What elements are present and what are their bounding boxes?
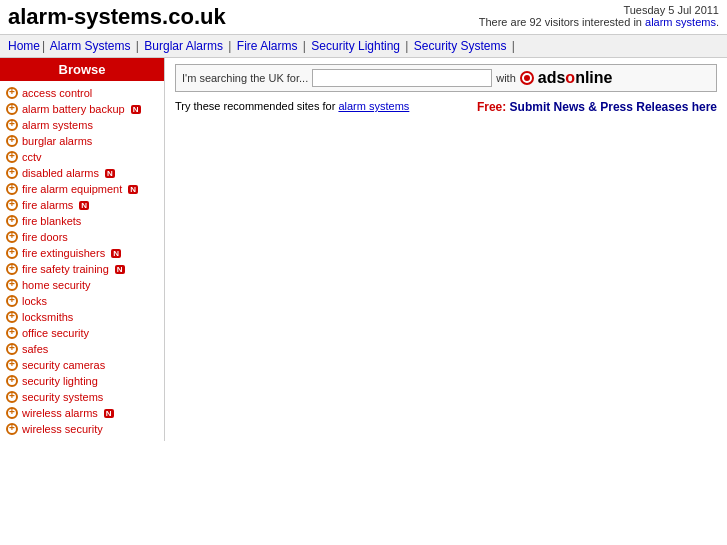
sidebar-list-item: burglar alarms [0, 133, 164, 149]
sidebar-link-home-security[interactable]: home security [22, 279, 90, 291]
new-badge: N [105, 169, 115, 178]
circle-arrow-icon [6, 279, 18, 291]
sidebar-list-item: security cameras [0, 357, 164, 373]
sidebar-title: Browse [0, 58, 164, 81]
recommended-link[interactable]: alarm systems [338, 100, 409, 112]
sidebar-link-alarm-battery-backup[interactable]: alarm battery backup [22, 103, 125, 115]
nav-fire-alarms[interactable]: Fire Alarms [237, 39, 301, 53]
sidebar-list-item: fire doors [0, 229, 164, 245]
nav-security-lighting[interactable]: Security Lighting [311, 39, 403, 53]
nav-bar: Home| Alarm Systems | Burglar Alarms | F… [0, 34, 727, 58]
circle-arrow-icon [6, 151, 18, 163]
new-badge: N [128, 185, 138, 194]
main-layout: Browse access controlalarm battery backu… [0, 58, 727, 441]
sidebar-list-item: wireless alarmsN [0, 405, 164, 421]
circle-arrow-icon [6, 359, 18, 371]
sidebar-list-item: security lighting [0, 373, 164, 389]
search-label: I'm searching the UK for... [182, 72, 308, 84]
circle-arrow-icon [6, 343, 18, 355]
sidebar-list-item: safes [0, 341, 164, 357]
circle-arrow-icon [6, 215, 18, 227]
sidebar-link-alarm-systems[interactable]: alarm systems [22, 119, 93, 131]
sidebar-list: access controlalarm battery backupNalarm… [0, 81, 164, 441]
content-top: Try these recommended sites for alarm sy… [175, 100, 717, 120]
nline-text: nline [575, 69, 612, 86]
sidebar-link-cctv[interactable]: cctv [22, 151, 42, 163]
circle-arrow-icon [6, 167, 18, 179]
sidebar-list-item: fire alarm equipmentN [0, 181, 164, 197]
nav-burglar-alarms[interactable]: Burglar Alarms [144, 39, 226, 53]
circle-arrow-icon [6, 231, 18, 243]
radio-icon [520, 71, 534, 85]
circle-arrow-icon [6, 183, 18, 195]
radio-indicator [520, 71, 534, 85]
free-label: Free: [477, 100, 506, 114]
press-rest-label[interactable]: Submit News & Press Releases here [510, 100, 717, 114]
sidebar-link-fire-alarms[interactable]: fire alarms [22, 199, 73, 211]
sidebar-list-item: fire extinguishersN [0, 245, 164, 261]
sidebar-link-fire-doors[interactable]: fire doors [22, 231, 68, 243]
circle-arrow-icon [6, 375, 18, 387]
circle-arrow-icon [6, 423, 18, 435]
circle-arrow-icon [6, 135, 18, 147]
sidebar-link-office-security[interactable]: office security [22, 327, 89, 339]
nav-home[interactable]: Home [8, 39, 40, 53]
circle-arrow-icon [6, 327, 18, 339]
recommended-text: Try these recommended sites for alarm sy… [175, 100, 467, 112]
ads-text: ads [538, 69, 566, 86]
page-header: alarm-systems.co.uk Tuesday 5 Jul 2011 T… [0, 0, 727, 34]
sidebar-link-fire-blankets[interactable]: fire blankets [22, 215, 81, 227]
search-bar: I'm searching the UK for... with adsonli… [175, 64, 717, 92]
sidebar-list-item: cctv [0, 149, 164, 165]
header-info: Tuesday 5 Jul 2011 There are 92 visitors… [479, 4, 719, 28]
sidebar-list-item: locksmiths [0, 309, 164, 325]
circle-arrow-icon [6, 311, 18, 323]
circle-arrow-icon [6, 119, 18, 131]
search-input[interactable] [312, 69, 492, 87]
content-left: Try these recommended sites for alarm sy… [175, 100, 467, 120]
sidebar-link-safes[interactable]: safes [22, 343, 48, 355]
new-badge: N [115, 265, 125, 274]
sidebar: Browse access controlalarm battery backu… [0, 58, 165, 441]
visitor-link[interactable]: alarm systems [645, 16, 716, 28]
circle-arrow-icon [6, 263, 18, 275]
sidebar-link-security-cameras[interactable]: security cameras [22, 359, 105, 371]
sidebar-list-item: access control [0, 85, 164, 101]
sidebar-list-item: alarm battery backupN [0, 101, 164, 117]
sidebar-link-fire-alarm-equipment[interactable]: fire alarm equipment [22, 183, 122, 195]
sidebar-link-security-lighting[interactable]: security lighting [22, 375, 98, 387]
visitor-text: There are 92 visitors interested in [479, 16, 645, 28]
sidebar-link-security-systems[interactable]: security systems [22, 391, 103, 403]
sidebar-link-access-control[interactable]: access control [22, 87, 92, 99]
press-releases: Free: Submit News & Press Releases here [477, 100, 717, 114]
sidebar-link-wireless-security[interactable]: wireless security [22, 423, 103, 435]
circle-arrow-icon [6, 295, 18, 307]
o-letter: o [565, 69, 575, 86]
circle-arrow-icon [6, 247, 18, 259]
nav-alarm-systems[interactable]: Alarm Systems [50, 39, 134, 53]
sidebar-list-item: alarm systems [0, 117, 164, 133]
nav-security-systems[interactable]: Security Systems [414, 39, 510, 53]
sidebar-list-item: fire alarmsN [0, 197, 164, 213]
sidebar-link-locksmiths[interactable]: locksmiths [22, 311, 73, 323]
circle-arrow-icon [6, 199, 18, 211]
sidebar-link-wireless-alarms[interactable]: wireless alarms [22, 407, 98, 419]
sidebar-list-item: home security [0, 277, 164, 293]
circle-arrow-icon [6, 391, 18, 403]
sidebar-list-item: fire safety trainingN [0, 261, 164, 277]
sidebar-list-item: wireless security [0, 421, 164, 437]
sidebar-list-item: locks [0, 293, 164, 309]
sidebar-link-disabled-alarms[interactable]: disabled alarms [22, 167, 99, 179]
sidebar-link-fire-safety-training[interactable]: fire safety training [22, 263, 109, 275]
visitor-info: There are 92 visitors interested in alar… [479, 16, 719, 28]
content-area: I'm searching the UK for... with adsonli… [165, 58, 727, 441]
sidebar-list-item: office security [0, 325, 164, 341]
date-text: Tuesday 5 Jul 2011 [479, 4, 719, 16]
sidebar-link-locks[interactable]: locks [22, 295, 47, 307]
sidebar-link-burglar-alarms[interactable]: burglar alarms [22, 135, 92, 147]
svg-point-1 [524, 75, 530, 81]
site-title: alarm-systems.co.uk [8, 4, 226, 30]
sidebar-link-fire-extinguishers[interactable]: fire extinguishers [22, 247, 105, 259]
circle-arrow-icon [6, 103, 18, 115]
search-with-label: with [496, 72, 516, 84]
